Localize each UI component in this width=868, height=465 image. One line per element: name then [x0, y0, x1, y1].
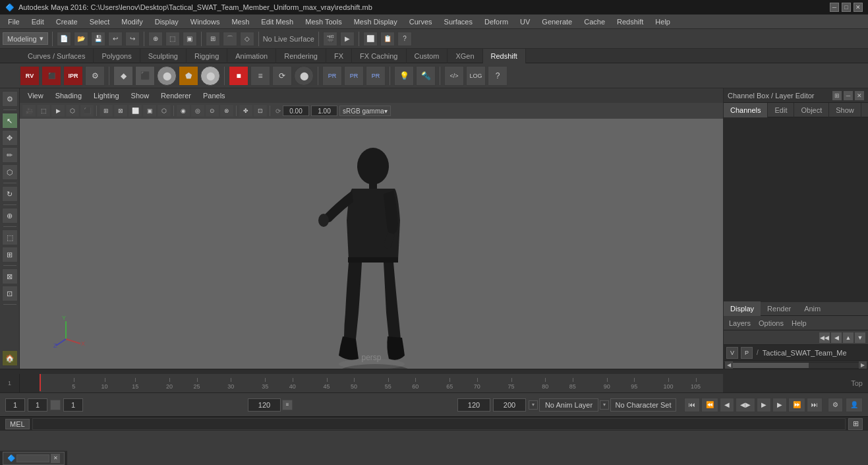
shelf-icon-mat1[interactable]: ◆	[113, 66, 133, 86]
menu-edit[interactable]: Edit	[26, 15, 49, 28]
mel-python-toggle[interactable]: MEL	[5, 419, 30, 429]
shelf-icon-rv[interactable]: RV	[20, 66, 40, 86]
save-file-button[interactable]: 💾	[91, 32, 105, 46]
char-set-toggle[interactable]: ▾	[600, 400, 609, 410]
shelf-icon-obj1[interactable]: ■	[229, 66, 248, 86]
vp-cam-button[interactable]: 🎥	[22, 105, 36, 117]
shelf-icon-pr1[interactable]: PR	[322, 66, 342, 86]
maximize-button[interactable]: □	[842, 3, 851, 12]
lp-help-item[interactable]: Help	[789, 319, 809, 327]
anim-layer-input[interactable]	[539, 398, 598, 412]
frame-end-input[interactable]	[457, 398, 490, 412]
layer-nav-prev-prev[interactable]: ◀◀	[819, 332, 830, 343]
vp-frame-button[interactable]: ⬚	[37, 105, 50, 117]
shelf-icon-mat4[interactable]: ⬟	[179, 66, 198, 86]
shelf-tab-custom[interactable]: Custom	[407, 49, 448, 63]
cb-close-button[interactable]: ✕	[855, 91, 864, 100]
char-prefs-button[interactable]: 👤	[846, 398, 863, 412]
playback-prefs-button[interactable]: ⚙	[828, 398, 843, 412]
select-tool-button[interactable]: ⊕	[148, 32, 163, 46]
menu-file[interactable]: File	[3, 15, 25, 28]
frame-start-input[interactable]: 1	[5, 398, 25, 412]
vp-display1-button[interactable]: ⊞	[100, 105, 113, 117]
lasso-button[interactable]: ⬚	[165, 32, 180, 46]
scrollbar-track[interactable]	[733, 363, 859, 368]
shelf-tab-polygons[interactable]: Polygons	[94, 49, 140, 63]
lt-select-button[interactable]: ↖	[2, 113, 18, 129]
shelf-tab-fx-caching[interactable]: FX Caching	[352, 49, 406, 63]
menu-windows[interactable]: Windows	[185, 15, 225, 28]
menu-select[interactable]: Select	[84, 15, 115, 28]
shelf-tab-sculpting[interactable]: Sculpting	[140, 49, 187, 63]
shelf-icon-obj4[interactable]: ⬤	[294, 66, 314, 86]
lt-lasso-button[interactable]: ⬡	[2, 164, 18, 180]
shelf-icon-log[interactable]: LOG	[466, 66, 486, 86]
snap-curve-button[interactable]: ⌒	[223, 32, 237, 46]
lp-tab-anim[interactable]: Anim	[797, 301, 827, 316]
vp-menu-renderer[interactable]: Renderer	[156, 91, 196, 100]
vp-display5-button[interactable]: ⬡	[158, 105, 171, 117]
char-set-input[interactable]	[610, 398, 676, 412]
shelf-icon-obj3[interactable]: ⟳	[272, 66, 292, 86]
frame-end-range-input[interactable]	[248, 398, 281, 412]
cb-tab-channels[interactable]: Channels	[724, 103, 768, 117]
shelf-tab-rigging[interactable]: Rigging	[187, 49, 227, 63]
lt-tool1-button[interactable]: ⊠	[2, 268, 18, 284]
undo-button[interactable]: ↩	[108, 32, 123, 46]
vp-display4-button[interactable]: ▣	[143, 105, 156, 117]
vp-xray-button[interactable]: ✤	[239, 105, 252, 117]
help-button[interactable]: ?	[397, 32, 412, 46]
vp-menu-shading[interactable]: Shading	[50, 91, 87, 100]
menu-mesh[interactable]: Mesh	[226, 15, 254, 28]
prev-key-button[interactable]: ⏪	[701, 398, 718, 412]
shelf-tab-animation[interactable]: Animation	[227, 49, 276, 63]
cb-tab-object[interactable]: Object	[794, 103, 829, 117]
cb-tab-show[interactable]: Show	[829, 103, 861, 117]
menu-redshift[interactable]: Redshift	[612, 15, 649, 28]
minimize-button[interactable]: ─	[830, 3, 839, 12]
vp-lighting2-button[interactable]: ◎	[191, 105, 204, 117]
skip-end-button[interactable]: ⏭	[807, 398, 823, 412]
vp-lighting1-button[interactable]: ◉	[177, 105, 190, 117]
shelf-tab-xgen[interactable]: XGen	[448, 49, 482, 63]
taskbar-item[interactable]: 🔷 ✕	[3, 452, 65, 465]
render-button[interactable]: ▶	[340, 32, 355, 46]
vp-grid-button[interactable]: ⊡	[254, 105, 267, 117]
lp-tab-render[interactable]: Render	[761, 301, 797, 316]
next-key-button[interactable]: ⏩	[788, 398, 805, 412]
vp-menu-view[interactable]: View	[22, 91, 49, 100]
cb-tab-edit[interactable]: Edit	[768, 103, 794, 117]
play-back-button[interactable]: ◀▶	[736, 398, 755, 412]
menu-uv[interactable]: UV	[515, 15, 535, 28]
new-file-button[interactable]: 📄	[57, 32, 71, 46]
menu-curves[interactable]: Curves	[404, 15, 438, 28]
shelf-tab-rendering[interactable]: Rendering	[276, 49, 326, 63]
command-line[interactable]	[32, 418, 846, 430]
menu-cache[interactable]: Cache	[579, 15, 610, 28]
shelf-icon-help[interactable]: ?	[488, 66, 507, 86]
shelf-icon-light2[interactable]: 🔦	[416, 66, 436, 86]
lt-paint-button[interactable]: ✏	[2, 147, 18, 163]
vp-menu-panels[interactable]: Panels	[198, 91, 231, 100]
viewport[interactable]: View Shading Lighting Show Renderer Pane…	[20, 88, 723, 369]
display-button[interactable]: ⬜	[363, 32, 378, 46]
skip-start-button[interactable]: ⏮	[684, 398, 700, 412]
anim-layer-toggle[interactable]: ▾	[529, 400, 538, 410]
shelf-tab-curves[interactable]: Curves / Surfaces	[20, 49, 94, 63]
shelf-icon-rs1[interactable]: ⬛	[42, 66, 61, 86]
frame-color-picker[interactable]	[50, 400, 61, 410]
menu-mesh-tools[interactable]: Mesh Tools	[300, 15, 347, 28]
vp-menu-lighting[interactable]: Lighting	[88, 91, 125, 100]
vp-solid-button[interactable]: ⬛	[80, 105, 94, 117]
vp-scale-input[interactable]	[311, 106, 337, 116]
layer-pickable-button[interactable]: P	[741, 347, 753, 359]
snap-grid-button[interactable]: ⊞	[206, 32, 220, 46]
close-button[interactable]: ✕	[854, 3, 863, 12]
lp-options-item[interactable]: Options	[756, 319, 786, 327]
shelf-tab-fx[interactable]: FX	[326, 49, 352, 63]
lt-gear-button[interactable]: ⚙	[2, 91, 18, 107]
vp-shadow-button[interactable]: ⊗	[220, 105, 233, 117]
playhead[interactable]	[40, 374, 41, 391]
shelf-icon-mat3[interactable]: ⬤	[157, 66, 177, 86]
menu-create[interactable]: Create	[51, 15, 83, 28]
